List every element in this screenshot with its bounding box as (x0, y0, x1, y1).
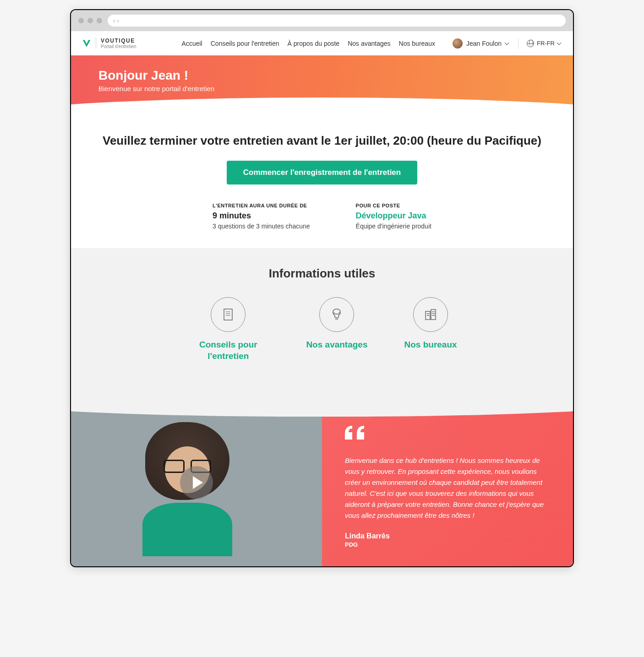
info-title: Informations utiles (98, 266, 546, 281)
duration-sub: 3 questions de 3 minutes chacune (213, 223, 310, 230)
svg-rect-17 (434, 315, 435, 316)
globe-icon (527, 40, 534, 47)
avatar (453, 38, 463, 49)
svg-rect-16 (432, 315, 433, 316)
tile-label: Nos avantages (306, 339, 367, 351)
position-detail: POUR CE POSTE Développeur Java Équipe d'… (356, 203, 431, 230)
document-icon (221, 308, 235, 321)
svg-rect-15 (434, 313, 435, 314)
play-icon (193, 476, 203, 489)
browser-window: ‹ › VOUTIQUE Portail d'entretien Accueil… (70, 9, 574, 567)
deadline-text: Veuillez terminer votre entretien avant … (98, 134, 546, 148)
user-name: Jean Foulon (466, 40, 502, 47)
position-sub: Équipe d'ingénierie produit (356, 223, 431, 230)
nav-right: Jean Foulon FR-FR (453, 38, 562, 49)
tile-offices[interactable]: Nos bureaux (404, 297, 457, 362)
divider (518, 38, 518, 49)
nav-link-offices[interactable]: Nos bureaux (399, 40, 435, 47)
play-button[interactable] (180, 466, 213, 499)
buildings-icon (423, 307, 438, 322)
url-bar[interactable]: ‹ › (108, 15, 566, 27)
maximize-window-button[interactable] (97, 18, 102, 23)
info-section: Informations utiles Conseils pour l'entr… (71, 248, 573, 398)
info-tiles: Conseils pour l'entretien Nos avantages (98, 297, 546, 362)
nav-link-benefits[interactable]: Nos avantages (348, 40, 390, 47)
hero-greeting: Bonjour Jean ! (98, 68, 546, 83)
duration-detail: L'ENTRETIEN AURA UNE DURÉE DE 9 minutes … (213, 203, 310, 230)
chevron-down-icon (557, 41, 562, 46)
brand-subtitle: Portail d'entretien (101, 44, 136, 49)
quote-author-role: PDG (345, 541, 550, 548)
minimize-window-button[interactable] (87, 18, 93, 23)
hero-banner: Bonjour Jean ! Bienvenue sur notre porta… (71, 55, 573, 120)
tile-label: Nos bureaux (404, 339, 457, 351)
nav-arrows-icon: ‹ › (113, 17, 119, 24)
svg-rect-8 (427, 313, 428, 314)
position-label: POUR CE POSTE (356, 203, 431, 208)
user-menu[interactable]: Jean Foulon (453, 38, 510, 49)
duration-label: L'ENTRETIEN AURA UNE DURÉE DE (213, 203, 310, 208)
browser-chrome: ‹ › (71, 10, 573, 31)
cta-section: Veuillez terminer votre entretien avant … (71, 120, 573, 248)
position-value: Développeur Java (356, 211, 431, 221)
testimonial-quote: Bienvenue dans ce hub d'entretiens ! Nou… (322, 398, 573, 566)
brand-title: VOUTIQUE (101, 38, 136, 44)
svg-rect-10 (427, 315, 428, 316)
duration-value: 9 minutes (213, 211, 310, 221)
nav-link-about-position[interactable]: À propos du poste (288, 40, 340, 47)
nav-links: Accueil Conseils pour l'entretien À prop… (182, 40, 435, 47)
svg-rect-11 (428, 315, 429, 316)
language-selector[interactable]: FR-FR (527, 40, 562, 47)
tile-label: Conseils pour l'entretien (187, 339, 269, 362)
hero-subtitle: Bienvenue sur notre portail d'entretien (98, 85, 546, 92)
tile-benefits[interactable]: Nos avantages (306, 297, 367, 362)
tile-interview-tips[interactable]: Conseils pour l'entretien (187, 297, 269, 362)
nav-link-tips[interactable]: Conseils pour l'entretien (211, 40, 279, 47)
nav-link-home[interactable]: Accueil (182, 40, 202, 47)
svg-rect-7 (431, 309, 436, 320)
svg-rect-12 (432, 311, 433, 312)
hero-curve (71, 98, 573, 120)
svg-rect-14 (432, 313, 433, 314)
svg-rect-1 (224, 309, 232, 320)
quote-text: Bienvenue dans ce hub d'entretiens ! Nou… (345, 455, 550, 521)
quote-mark-icon (345, 426, 550, 442)
interview-details: L'ENTRETIEN AURA UNE DURÉE DE 9 minutes … (98, 203, 546, 230)
testimonial-curve (71, 398, 573, 417)
testimonial-section: Bienvenue dans ce hub d'entretiens ! Nou… (71, 398, 573, 566)
testimonial-video[interactable] (71, 398, 322, 566)
logo-mark-icon (82, 39, 91, 48)
person-icon (329, 307, 344, 322)
svg-point-0 (88, 40, 90, 41)
traffic-lights (78, 18, 102, 23)
brand-logo[interactable]: VOUTIQUE Portail d'entretien (82, 38, 136, 49)
start-recording-button[interactable]: Commencer l'enregistrement de l'entretie… (227, 161, 417, 185)
close-window-button[interactable] (78, 18, 84, 23)
svg-rect-13 (434, 311, 435, 312)
svg-rect-9 (428, 313, 429, 314)
quote-author-name: Linda Barrès (345, 532, 550, 540)
chevron-down-icon (505, 41, 510, 46)
app-header: VOUTIQUE Portail d'entretien Accueil Con… (71, 31, 573, 55)
language-label: FR-FR (537, 40, 555, 47)
